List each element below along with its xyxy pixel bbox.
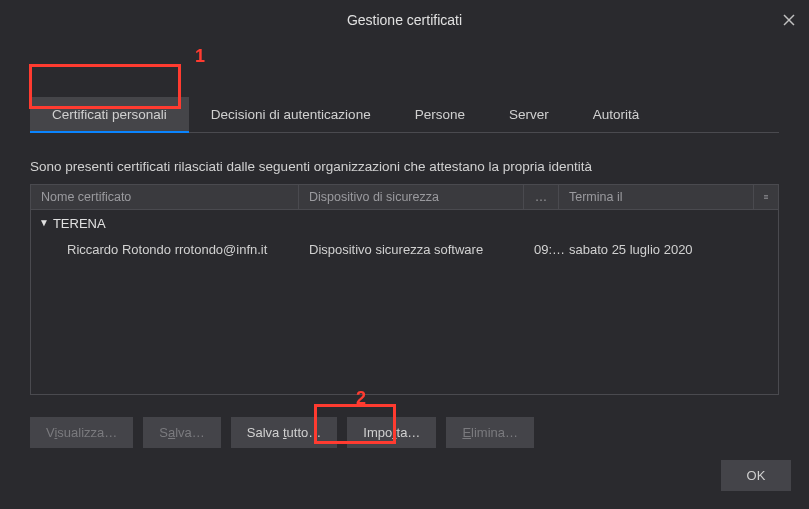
svg-rect-3 (764, 197, 768, 198)
cell-time: 09:… (524, 242, 559, 257)
cell-expires: sabato 25 luglio 2020 (559, 242, 778, 257)
tab-label: Certificati personali (52, 107, 167, 122)
svg-rect-4 (764, 198, 768, 199)
close-icon (783, 14, 795, 26)
close-button[interactable] (779, 10, 799, 30)
table-row[interactable]: Riccardo Rotondo rrotondo@infn.it Dispos… (31, 236, 778, 262)
svg-rect-2 (764, 195, 768, 196)
group-name: TERENA (53, 216, 106, 231)
chevron-down-icon: ▼ (39, 217, 49, 228)
column-more[interactable]: … (524, 185, 559, 209)
titlebar: Gestione certificati (0, 0, 809, 40)
table-header: Nome certificato Dispositivo di sicurezz… (30, 184, 779, 210)
dialog-title: Gestione certificati (347, 12, 462, 28)
action-buttons: Visualizza… Salva… Salva tutto… Importa…… (30, 417, 779, 448)
column-expires[interactable]: Termina il (559, 185, 754, 209)
tab-label: Decisioni di autenticazione (211, 107, 371, 122)
tab-label: Autorità (593, 107, 640, 122)
delete-button[interactable]: Elimina… (446, 417, 534, 448)
import-button[interactable]: Importa… (347, 417, 436, 448)
view-button[interactable]: Visualizza… (30, 417, 133, 448)
column-picker-icon (764, 192, 768, 202)
tab-bar: Certificati personali Decisioni di auten… (30, 97, 779, 133)
annotation-1: 1 (195, 46, 205, 67)
annotation-2: 2 (356, 388, 366, 409)
description-text: Sono presenti certificati rilasciati dal… (30, 159, 779, 174)
tab-people[interactable]: Persone (393, 97, 487, 132)
tab-authorities[interactable]: Autorità (571, 97, 662, 132)
save-button[interactable]: Salva… (143, 417, 221, 448)
tab-label: Server (509, 107, 549, 122)
save-all-button[interactable]: Salva tutto… (231, 417, 337, 448)
tab-servers[interactable]: Server (487, 97, 571, 132)
ok-button[interactable]: OK (721, 460, 791, 491)
tab-label: Persone (415, 107, 465, 122)
cell-certificate-name: Riccardo Rotondo rrotondo@infn.it (31, 242, 299, 257)
tab-personal-certificates[interactable]: Certificati personali (30, 97, 189, 132)
dialog-footer: OK (721, 460, 791, 491)
column-certificate-name[interactable]: Nome certificato (31, 185, 299, 209)
column-security-device[interactable]: Dispositivo di sicurezza (299, 185, 524, 209)
column-picker[interactable] (754, 185, 778, 209)
group-row[interactable]: ▼ TERENA (31, 210, 778, 236)
tab-authentication-decisions[interactable]: Decisioni di autenticazione (189, 97, 393, 132)
certificate-table: ▼ TERENA Riccardo Rotondo rrotondo@infn.… (30, 210, 779, 395)
cell-security-device: Dispositivo sicurezza software (299, 242, 524, 257)
